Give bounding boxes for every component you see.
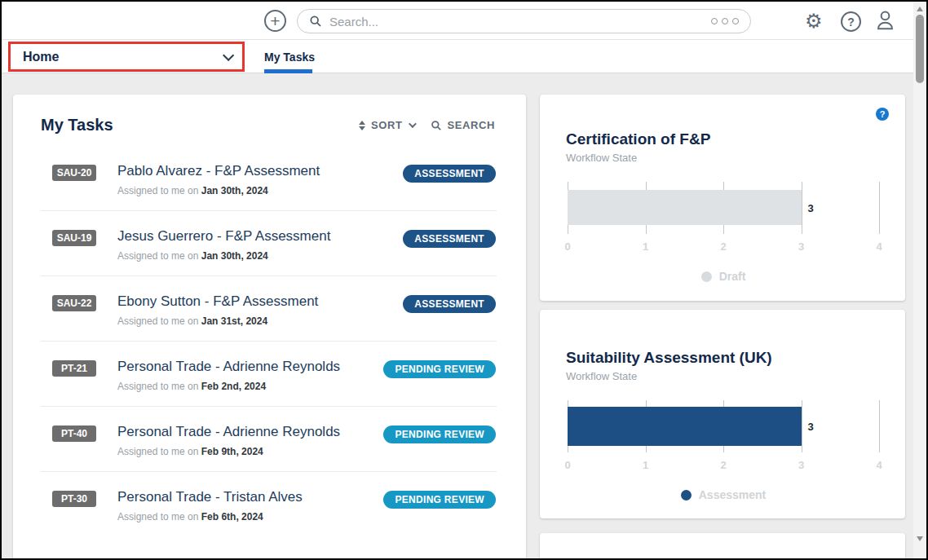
task-row[interactable]: PT-21 Personal Trade - Adrienne Reynolds… (13, 342, 526, 407)
chart-card-certification: ? Certification of F&P Workflow State 3 … (540, 95, 905, 301)
task-assigned: Assigned to me on Feb 2nd, 2024 (117, 381, 383, 392)
bar-chart: 3 0 1 2 3 4 Draft (568, 182, 879, 283)
bar-value-label: 3 (808, 202, 814, 214)
legend-dot (681, 490, 692, 500)
sort-label: SORT (371, 119, 403, 131)
task-row[interactable]: SAU-20 Pablo Alvarez - F&P Assessment As… (13, 146, 526, 211)
task-date: Jan 30th, 2024 (201, 250, 268, 262)
search-options-icon[interactable] (711, 18, 739, 24)
task-assigned: Assigned to me on Jan 31st, 2024 (117, 315, 403, 327)
status-badge: PENDING REVIEW (383, 426, 496, 443)
task-title[interactable]: Jesus Guerrero - F&P Assessment (117, 227, 403, 245)
add-icon[interactable]: + (264, 10, 286, 32)
task-id-badge[interactable]: PT-40 (52, 426, 96, 442)
app-window: + Search... ⚙ ? Home My Tasks My Tasks S… (0, 0, 928, 560)
my-tasks-panel: My Tasks SORT SEARCH SAU-20 Pablo Alvare… (13, 95, 526, 560)
status-badge: PENDING REVIEW (383, 491, 496, 509)
chart-card-suitability: Suitability Assessment (UK) Workflow Sta… (540, 310, 905, 518)
settings-gear-icon[interactable]: ⚙ (805, 11, 823, 31)
chart-card-partial (540, 533, 905, 560)
chevron-down-icon (223, 49, 234, 60)
legend-dot (701, 271, 712, 282)
search-tasks-button[interactable]: SEARCH (431, 119, 496, 131)
search-placeholder: Search... (329, 15, 711, 29)
task-id-badge[interactable]: PT-30 (52, 491, 96, 507)
scroll-up-icon[interactable] (917, 7, 923, 11)
task-id-badge[interactable]: SAU-19 (52, 230, 96, 246)
task-title[interactable]: Ebony Sutton - F&P Assessment (117, 293, 403, 310)
status-badge: PENDING REVIEW (383, 360, 496, 378)
task-id-badge[interactable]: SAU-20 (52, 165, 96, 181)
status-badge: ASSESSMENT (403, 295, 496, 313)
chevron-down-icon (408, 120, 416, 128)
task-row[interactable]: SAU-22 Ebony Sutton - F&P Assessment Ass… (13, 276, 526, 342)
panel-title: My Tasks (41, 116, 113, 134)
help-icon[interactable]: ? (876, 108, 889, 121)
home-dropdown[interactable]: Home (8, 42, 245, 72)
legend-label: Draft (719, 270, 746, 283)
search-icon (309, 15, 322, 28)
task-row[interactable]: PT-40 Personal Trade - Adrienne Reynolds… (13, 407, 526, 472)
task-title[interactable]: Personal Trade - Tristan Alves (117, 488, 383, 505)
chart-subtitle: Workflow State (566, 370, 879, 382)
chart-legend: Draft (568, 270, 879, 283)
vertical-scrollbar[interactable] (913, 2, 926, 558)
task-date: Feb 9th, 2024 (201, 446, 263, 457)
task-title[interactable]: Personal Trade - Adrienne Reynolds (117, 358, 383, 375)
task-title[interactable]: Personal Trade - Adrienne Reynolds (117, 423, 383, 440)
chart-title: Suitability Assessment (UK) (566, 310, 879, 367)
active-tab-indicator (264, 69, 312, 73)
bar-value-label: 3 (808, 421, 814, 433)
task-assigned: Assigned to me on Jan 30th, 2024 (117, 185, 403, 196)
search-icon (431, 120, 442, 131)
tab-my-tasks[interactable]: My Tasks (264, 40, 315, 73)
task-assigned: Assigned to me on Feb 9th, 2024 (117, 446, 383, 457)
task-assigned: Assigned to me on Jan 30th, 2024 (117, 250, 403, 262)
sort-icon (359, 121, 365, 130)
sort-button[interactable]: SORT (359, 119, 414, 131)
chart-legend: Assessment (568, 488, 879, 501)
user-profile-icon[interactable] (874, 9, 896, 34)
status-badge: ASSESSMENT (403, 165, 496, 183)
task-date: Jan 31st, 2024 (201, 315, 267, 327)
global-search-input[interactable]: Search... (297, 9, 751, 33)
chart-bar-draft[interactable] (568, 190, 802, 225)
task-row[interactable]: SAU-19 Jesus Guerrero - F&P Assessment A… (13, 211, 526, 276)
task-list: SAU-20 Pablo Alvarez - F&P Assessment As… (13, 146, 526, 537)
home-dropdown-label: Home (23, 50, 59, 64)
task-id-badge[interactable]: SAU-22 (52, 295, 96, 311)
bar-chart: 3 0 1 2 3 4 Assessment (568, 400, 879, 501)
task-date: Feb 2nd, 2024 (201, 381, 266, 392)
task-date: Jan 30th, 2024 (201, 185, 268, 196)
scrollbar-thumb[interactable] (916, 15, 924, 83)
x-axis: 0 1 2 3 4 (568, 240, 879, 254)
search-label: SEARCH (448, 119, 496, 131)
help-icon[interactable]: ? (841, 11, 861, 32)
x-axis: 0 1 2 3 4 (568, 459, 879, 472)
chart-subtitle: Workflow State (566, 152, 879, 164)
chart-title: Certification of F&P (566, 95, 879, 148)
task-date: Feb 6th, 2024 (201, 511, 263, 523)
nav-bar: Home My Tasks (2, 40, 915, 73)
scroll-down-icon[interactable] (917, 536, 923, 541)
task-id-badge[interactable]: PT-21 (52, 360, 96, 377)
status-badge: ASSESSMENT (403, 230, 496, 248)
task-assigned: Assigned to me on Feb 6th, 2024 (117, 511, 383, 523)
chart-bar-assessment[interactable] (568, 407, 802, 446)
legend-label: Assessment (699, 488, 767, 501)
top-bar: + Search... ⚙ ? (2, 2, 915, 40)
task-title[interactable]: Pablo Alvarez - F&P Assessment (117, 162, 403, 179)
task-row[interactable]: PT-30 Personal Trade - Tristan Alves Ass… (13, 472, 526, 537)
